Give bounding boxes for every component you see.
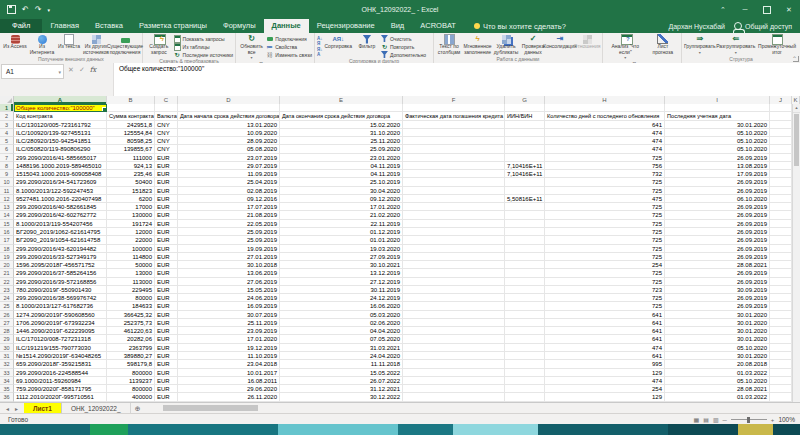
cell[interactable] — [770, 344, 792, 352]
cell[interactable]: 13.06.2019 — [178, 269, 280, 277]
cell[interactable]: 641 — [545, 327, 665, 335]
cell[interactable]: 17000 — [107, 203, 155, 211]
cell[interactable]: 26.09.2019 — [665, 187, 770, 195]
remove-duplicates-button[interactable]: Удалить дубликаты — [493, 34, 519, 55]
cell[interactable] — [770, 311, 792, 319]
cell[interactable]: EUR — [155, 261, 178, 269]
tab-view[interactable]: Вид — [383, 19, 413, 33]
cell[interactable] — [403, 278, 505, 286]
cell[interactable] — [403, 104, 505, 112]
cell[interactable] — [403, 170, 505, 178]
cell[interactable] — [770, 269, 792, 277]
cell[interactable]: 26.09.2019 — [665, 220, 770, 228]
cell[interactable] — [505, 145, 545, 153]
cell[interactable]: 125554,84 — [107, 129, 155, 137]
row-header-26[interactable]: 26 — [0, 311, 14, 319]
cell[interactable] — [770, 178, 792, 186]
cell[interactable]: 30.09.2019 — [665, 286, 770, 294]
clear-filter-button[interactable]: Очистить — [381, 35, 426, 42]
row-header-20[interactable]: 20 — [0, 261, 14, 269]
cell[interactable]: 30.01.2020 — [665, 335, 770, 343]
row-header-33[interactable]: 33 — [0, 369, 14, 377]
forecast-sheet-button[interactable]: Лист прогноза — [647, 34, 679, 55]
cell[interactable]: Общее количество:"100000" — [14, 104, 107, 112]
cell[interactable]: EUR — [155, 352, 178, 360]
cell[interactable]: 299.2090/2016/43-620194482 — [14, 245, 107, 253]
cell[interactable] — [770, 121, 792, 129]
cell[interactable]: 26.09.2019 — [665, 294, 770, 302]
cell[interactable]: 19.03.2020 — [280, 245, 403, 253]
cell[interactable]: 759.2090/2020Г-858171795 — [14, 385, 107, 393]
cell[interactable] — [505, 286, 545, 294]
cell[interactable]: 69.1000/2011-59260984 — [14, 377, 107, 385]
cell[interactable] — [403, 236, 505, 244]
cell[interactable]: 725 — [545, 294, 665, 302]
cell[interactable] — [403, 154, 505, 162]
cell[interactable]: ILC/280920/150-942541851 — [14, 137, 107, 145]
row-header-25[interactable]: 25 — [0, 302, 14, 310]
sort-button[interactable]: АЯ↓ Сортировка — [324, 34, 353, 50]
cell[interactable]: 28.09.2020 — [178, 137, 280, 145]
undo-icon[interactable]: ↶ — [22, 5, 29, 14]
cell[interactable]: EUR — [155, 311, 178, 319]
cell[interactable] — [505, 121, 545, 129]
cell[interactable]: 725 — [545, 236, 665, 244]
cell[interactable] — [403, 195, 505, 203]
cell[interactable]: 113000 — [107, 278, 155, 286]
cell[interactable]: ILC/100920/139-927455131 — [14, 129, 107, 137]
cell[interactable]: 30.04.2020 — [280, 187, 403, 195]
row-header-15[interactable]: 15 — [0, 220, 14, 228]
cell[interactable] — [505, 269, 545, 277]
cell[interactable]: 30.10.2018 — [178, 261, 280, 269]
cell[interactable]: 111000 — [107, 154, 155, 162]
cell[interactable]: EUR — [155, 294, 178, 302]
cell[interactable] — [505, 294, 545, 302]
cell[interactable] — [770, 294, 792, 302]
cell[interactable]: 26.09.2019 — [665, 236, 770, 244]
cell[interactable]: 26.09.2019 — [665, 203, 770, 211]
normal-view-icon[interactable]: ▦ — [694, 416, 700, 423]
formula-input[interactable]: Общее количество:"100000" — [113, 63, 800, 96]
cell[interactable]: 27.12.2019 — [280, 278, 403, 286]
cell[interactable]: 8.1000/2013/119-554207456 — [14, 220, 107, 228]
cell[interactable]: 474 — [545, 344, 665, 352]
cell[interactable] — [403, 261, 505, 269]
cell[interactable] — [403, 294, 505, 302]
cell[interactable] — [770, 369, 792, 377]
cell[interactable]: 474 — [545, 145, 665, 153]
cell[interactable]: 19.12.2019 — [178, 344, 280, 352]
from-web-button[interactable]: Из Интернета — [29, 34, 55, 55]
cell[interactable] — [770, 360, 792, 368]
cell[interactable] — [505, 154, 545, 162]
cell[interactable]: 725 — [545, 154, 665, 162]
cell[interactable]: 995 — [545, 360, 665, 368]
cell[interactable]: EUR — [155, 335, 178, 343]
cell[interactable]: 22000 — [107, 236, 155, 244]
cell[interactable]: EUR — [155, 269, 178, 277]
column-header-J[interactable]: J — [770, 96, 792, 104]
tab-data[interactable]: Данные — [264, 19, 309, 33]
cell[interactable]: 02.08.2019 — [178, 187, 280, 195]
cell[interactable]: 26.07.2022 — [280, 377, 403, 385]
cell[interactable]: 474 — [545, 129, 665, 137]
cell[interactable]: 299.2090/2016/42-602762772 — [14, 211, 107, 219]
cell[interactable]: 19.09.2019 — [178, 245, 280, 253]
row-header-4[interactable]: 4 — [0, 129, 14, 137]
cell[interactable]: ILC/170120/008-727231318 — [14, 335, 107, 343]
cell[interactable]: EUR — [155, 203, 178, 211]
cell[interactable]: 05.10.2020 — [665, 377, 770, 385]
vertical-scrollbar-thumb[interactable] — [794, 114, 799, 166]
row-header-19[interactable]: 19 — [0, 253, 14, 261]
row-header-22[interactable]: 22 — [0, 278, 14, 286]
cell[interactable] — [505, 178, 545, 186]
row-header-1[interactable]: 1 — [0, 104, 14, 112]
cell[interactable]: 139855,67 — [107, 145, 155, 153]
page-break-view-icon[interactable]: ▥ — [713, 416, 719, 423]
sheet-nav-left-icon[interactable]: ◄ — [5, 406, 10, 412]
cell[interactable]: 01.01.2020 — [280, 236, 403, 244]
cell[interactable]: 17.09.2019 — [665, 170, 770, 178]
row-header-18[interactable]: 18 — [0, 245, 14, 253]
cell[interactable] — [403, 319, 505, 327]
cell[interactable]: 24.04.2020 — [280, 352, 403, 360]
row-header-28[interactable]: 28 — [0, 327, 14, 335]
